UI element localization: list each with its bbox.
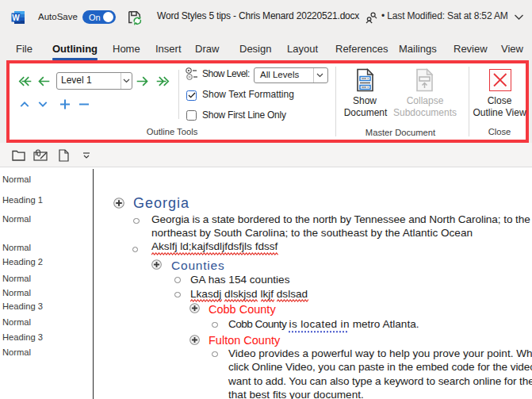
svg-text:W: W	[12, 13, 20, 22]
